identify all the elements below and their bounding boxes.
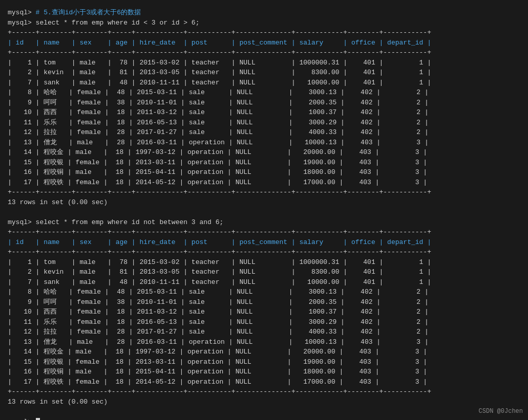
- prompt: mysql>: [8, 418, 36, 421]
- terminal-line-30: | 10 | 西西 | female | 18 | 2011-03-12 | s…: [8, 307, 520, 317]
- table-row: | 2 | kevin | male | 81 | 2013-03-05 | t…: [8, 69, 431, 76]
- terminal-line-27: | 7 | sank | male | 48 | 2010-11-11 | te…: [8, 277, 520, 288]
- table-border: +------+--------+--------+-----+--------…: [8, 188, 431, 196]
- terminal-line-15: | 15 | 程咬银 | female | 18 | 2013-03-11 | …: [8, 158, 520, 168]
- table-row: | 11 | 乐乐 | female | 18 | 2016-05-13 | s…: [8, 318, 429, 326]
- terminal-line-29: | 9 | 呵呵 | female | 38 | 2010-11-01 | sa…: [8, 297, 520, 307]
- prompt: mysql>: [8, 19, 36, 27]
- terminal-line-31: | 11 | 乐乐 | female | 18 | 2016-05-13 | s…: [8, 317, 520, 327]
- table-row: | 9 | 呵呵 | female | 38 | 2010-11-01 | sa…: [8, 99, 429, 106]
- terminal-line-40: [8, 407, 520, 417]
- terminal-line-33: | 13 | 僧龙 | male | 28 | 2016-03-11 | ope…: [8, 337, 520, 347]
- table-row: | 14 | 程咬金 | male | 18 | 1997-03-12 | op…: [8, 148, 427, 156]
- table-row: | 8 | 哈哈 | female | 48 | 2015-03-11 | sa…: [8, 288, 429, 296]
- result-info: 13 rows in set (0.00 sec): [8, 398, 108, 406]
- terminal-line-20: [8, 207, 520, 217]
- terminal-line-7: | 7 | sank | male | 48 | 2010-11-11 | te…: [8, 78, 520, 88]
- terminal-line-41: mysql>: [8, 417, 520, 421]
- terminal-line-17: | 17 | 程咬铁 | female | 18 | 2014-05-12 | …: [8, 178, 520, 188]
- table-row: | 16 | 程咬铜 | male | 18 | 2015-04-11 | op…: [8, 368, 427, 375]
- table-row: | 12 | 拉拉 | female | 28 | 2017-01-27 | s…: [8, 328, 429, 336]
- terminal-line-13: | 13 | 僧龙 | male | 28 | 2016-03-11 | ope…: [8, 138, 520, 148]
- table-border: +------+--------+--------+-----+--------…: [8, 248, 431, 256]
- table-row: | 7 | sank | male | 48 | 2010-11-11 | te…: [8, 278, 431, 286]
- table-header: | id | name | sex | age | hire_date | po…: [8, 39, 431, 47]
- table-row: | 15 | 程咬银 | female | 18 | 2013-03-11 | …: [8, 159, 427, 166]
- table-row: | 15 | 程咬银 | female | 18 | 2013-03-11 | …: [8, 358, 427, 366]
- terminal: mysql> # 5.查询id小于3或者大于6的数据mysql> select …: [5, 5, 523, 420]
- table-row: | 12 | 拉拉 | female | 28 | 2017-01-27 | s…: [8, 128, 429, 136]
- terminal-line-2: +------+--------+--------+-----+--------…: [8, 28, 520, 38]
- table-row: | 9 | 呵呵 | female | 38 | 2010-11-01 | sa…: [8, 298, 429, 306]
- table-row: | 16 | 程咬铜 | male | 18 | 2015-04-11 | op…: [8, 168, 427, 176]
- terminal-line-21: mysql> select * from emp where id not be…: [8, 217, 520, 228]
- terminal-line-11: | 11 | 乐乐 | female | 18 | 2016-05-13 | s…: [8, 118, 520, 128]
- terminal-line-26: | 2 | kevin | male | 81 | 2013-03-05 | t…: [8, 267, 520, 277]
- terminal-line-3: | id | name | sex | age | hire_date | po…: [8, 38, 520, 48]
- terminal-line-25: | 1 | tom | male | 78 | 2015-03-02 | tea…: [8, 257, 520, 268]
- terminal-line-38: +------+--------+--------+-----+--------…: [8, 387, 520, 397]
- terminal-line-18: +------+--------+--------+-----+--------…: [8, 187, 520, 197]
- terminal-line-32: | 12 | 拉拉 | female | 28 | 2017-01-27 | s…: [8, 327, 520, 337]
- table-row: | 8 | 哈哈 | female | 48 | 2015-03-11 | sa…: [8, 89, 429, 96]
- table-row: | 11 | 乐乐 | female | 18 | 2016-05-13 | s…: [8, 119, 429, 126]
- terminal-line-39: 13 rows in set (0.00 sec): [8, 397, 520, 407]
- terminal-line-35: | 15 | 程咬银 | female | 18 | 2013-03-11 | …: [8, 357, 520, 367]
- table-row: | 1 | tom | male | 78 | 2015-03-02 | tea…: [8, 59, 431, 67]
- prompt: mysql>: [8, 9, 36, 16]
- terminal-line-1: mysql> select * from emp where id < 3 or…: [8, 18, 520, 28]
- terminal-line-22: +------+--------+--------+-----+--------…: [8, 227, 520, 237]
- query: select * from emp where id not between 3…: [36, 218, 224, 226]
- terminal-line-10: | 10 | 西西 | female | 18 | 2011-03-12 | s…: [8, 107, 520, 118]
- table-row: | 2 | kevin | male | 81 | 2013-03-05 | t…: [8, 268, 431, 276]
- table-row: | 1 | tom | male | 78 | 2015-03-02 | tea…: [8, 258, 431, 266]
- table-row: | 13 | 僧龙 | male | 28 | 2016-03-11 | ope…: [8, 338, 429, 346]
- table-row: | 7 | sank | male | 48 | 2010-11-11 | te…: [8, 79, 431, 86]
- table-border: +------+--------+--------+-----+--------…: [8, 388, 431, 395]
- cursor[interactable]: [36, 418, 40, 420]
- result-info: 13 rows in set (0.00 sec): [8, 198, 108, 206]
- terminal-line-37: | 17 | 程咬铁 | female | 18 | 2014-05-12 | …: [8, 377, 520, 387]
- table-row: | 10 | 西西 | female | 18 | 2011-03-12 | s…: [8, 308, 429, 316]
- terminal-line-9: | 9 | 呵呵 | female | 38 | 2010-11-01 | sa…: [8, 98, 520, 108]
- terminal-line-0: mysql> # 5.查询id小于3或者大于6的数据: [8, 8, 520, 18]
- terminal-line-14: | 14 | 程咬金 | male | 18 | 1997-03-12 | op…: [8, 147, 520, 158]
- terminal-line-8: | 8 | 哈哈 | female | 48 | 2015-03-11 | sa…: [8, 87, 520, 98]
- footer-credit: CSDN @0Jchen: [479, 408, 523, 415]
- table-row: | 17 | 程咬铁 | female | 18 | 2014-05-12 | …: [8, 378, 427, 386]
- terminal-line-12: | 12 | 拉拉 | female | 28 | 2017-01-27 | s…: [8, 127, 520, 138]
- terminal-line-6: | 2 | kevin | male | 81 | 2013-03-05 | t…: [8, 68, 520, 78]
- table-row: | 17 | 程咬铁 | female | 18 | 2014-05-12 | …: [8, 179, 427, 186]
- terminal-line-34: | 14 | 程咬金 | male | 18 | 1997-03-12 | op…: [8, 347, 520, 357]
- table-border: +------+--------+--------+-----+--------…: [8, 29, 431, 36]
- table-row: | 13 | 僧龙 | male | 28 | 2016-03-11 | ope…: [8, 139, 429, 146]
- comment: # 5.查询id小于3或者大于6的数据: [36, 9, 141, 16]
- table-border: +------+--------+--------+-----+--------…: [8, 228, 431, 236]
- table-header: | id | name | sex | age | hire_date | po…: [8, 238, 431, 246]
- terminal-line-28: | 8 | 哈哈 | female | 48 | 2015-03-11 | sa…: [8, 287, 520, 297]
- terminal-line-5: | 1 | tom | male | 78 | 2015-03-02 | tea…: [8, 58, 520, 68]
- terminal-line-4: +------+--------+--------+-----+--------…: [8, 48, 520, 58]
- terminal-line-36: | 16 | 程咬铜 | male | 18 | 2015-04-11 | op…: [8, 367, 520, 377]
- prompt: mysql>: [8, 218, 36, 226]
- table-row: | 14 | 程咬金 | male | 18 | 1997-03-12 | op…: [8, 348, 427, 356]
- query: select * from emp where id < 3 or id > 6…: [36, 19, 200, 27]
- terminal-line-23: | id | name | sex | age | hire_date | po…: [8, 237, 520, 248]
- table-border: +------+--------+--------+-----+--------…: [8, 49, 431, 56]
- terminal-line-16: | 16 | 程咬铜 | male | 18 | 2015-04-11 | op…: [8, 167, 520, 178]
- table-row: | 10 | 西西 | female | 18 | 2011-03-12 | s…: [8, 108, 429, 116]
- terminal-line-24: +------+--------+--------+-----+--------…: [8, 247, 520, 257]
- terminal-line-19: 13 rows in set (0.00 sec): [8, 197, 520, 208]
